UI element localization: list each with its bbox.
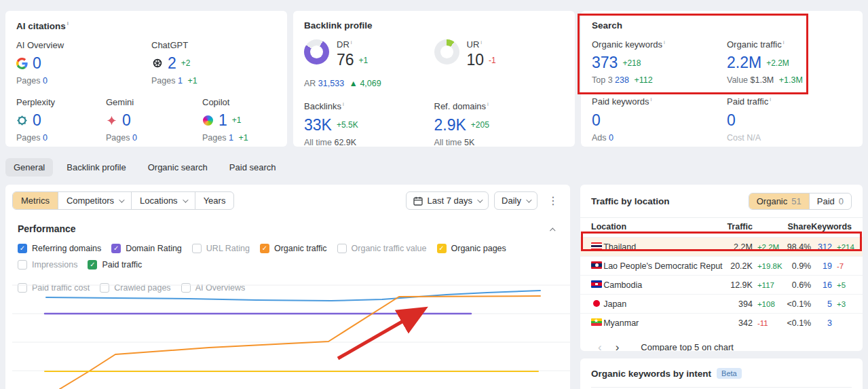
locations-pager: ‹ › Compare top 5 on chart: [580, 333, 863, 352]
chatgpt-icon: [151, 58, 163, 69]
chatgpt-count[interactable]: 2: [168, 54, 176, 73]
ai-overview-count[interactable]: 0: [33, 54, 41, 73]
laos-flag-icon: [591, 261, 602, 269]
pager-next-icon[interactable]: ›: [609, 341, 626, 352]
thailand-flag-icon: [591, 242, 602, 250]
info-icon: i: [651, 96, 652, 103]
copilot-icon: [202, 115, 214, 126]
chevron-down-icon: [183, 197, 188, 202]
calendar-icon: [413, 196, 423, 206]
paid-traffic-count[interactable]: 0: [727, 111, 736, 130]
location-row-cambodia[interactable]: Cambodia 12.9K +117 0.6% 16 +5: [580, 276, 863, 295]
locations-table: Location Traffic Share Keywords Thailand…: [580, 217, 863, 333]
metric-ref-domains: Ref. domainsi 2.9K+205 All time 5K: [434, 101, 565, 147]
cambodia-flag-icon: [591, 280, 602, 288]
dr-donut-gauge: [304, 39, 329, 64]
metric-paid-traffic: Paid traffici 0 Cost N/A: [727, 96, 852, 142]
info-icon: i: [783, 39, 785, 45]
domain-rating-block: DRi 76 +1: [304, 39, 434, 73]
google-g-icon: [16, 58, 28, 69]
traffic-by-location-panel: Traffic by location Organic51 Paid0 Loca…: [580, 185, 863, 351]
segment-metrics[interactable]: Metrics: [13, 192, 58, 209]
info-icon: i: [770, 96, 771, 103]
segment-years[interactable]: Years: [195, 192, 234, 209]
chevron-down-icon: [119, 197, 124, 202]
gemini-count[interactable]: 0: [122, 111, 131, 130]
collapse-section-button[interactable]: [548, 221, 558, 236]
ref-domains-count[interactable]: 2.9K: [434, 116, 466, 134]
checkbox-organic-traffic[interactable]: ✓Organic traffic: [260, 244, 327, 253]
info-icon: i: [487, 101, 489, 107]
metric-backlinks: Backlinksi 33K+5.5K All time 62.9K: [304, 101, 434, 147]
tab-paid-search[interactable]: Paid search: [221, 158, 284, 177]
performance-panel: Metrics Competitors Locations Years Last…: [5, 185, 570, 389]
checkbox-organic-pages[interactable]: ✓Organic pages: [437, 244, 506, 253]
location-row-laos[interactable]: Lao People's Democratic Reput 20.2K +19.…: [580, 257, 863, 276]
pager-prev-icon[interactable]: ‹: [591, 341, 609, 352]
tab-organic-search[interactable]: Organic search: [140, 158, 216, 177]
section-tabs: General Backlink profile Organic search …: [5, 158, 284, 177]
gemini-icon: [106, 115, 117, 126]
metric-gemini: Gemini 0 Pages 0: [106, 97, 202, 143]
metric-perplexity: Perplexity 0 Pages 0: [16, 97, 106, 143]
chevron-down-icon: [526, 197, 531, 202]
performance-title: Performance: [18, 223, 76, 234]
dr-value: 76: [337, 51, 354, 69]
chart-mode-segmented-control: Metrics Competitors Locations Years: [12, 191, 234, 210]
info-icon: i: [480, 39, 482, 45]
chevron-down-icon: [477, 197, 483, 202]
kebab-menu-button[interactable]: ⋮: [543, 194, 563, 207]
traffic-by-location-title: Traffic by location: [591, 196, 670, 206]
organic-paid-toggle: Organic51 Paid0: [749, 193, 852, 210]
checkbox-referring-domains[interactable]: ✓Referring domains: [18, 244, 101, 253]
backlinks-count[interactable]: 33K: [304, 116, 332, 134]
info-icon: i: [664, 39, 665, 45]
url-rating-block: URi 10 -1: [434, 39, 565, 73]
ai-citations-card: AI citationsi AI Overview 0 Pages 0 Chat…: [5, 11, 287, 147]
tab-backlink-profile[interactable]: Backlink profile: [58, 158, 134, 177]
checkbox-organic-traffic-value[interactable]: Organic traffic value: [337, 244, 427, 253]
metric-ai-overview: AI Overview 0 Pages 0: [16, 40, 151, 86]
info-icon: i: [343, 101, 344, 107]
tab-general[interactable]: General: [5, 158, 53, 177]
beta-badge: Beta: [717, 368, 742, 379]
metric-chatgpt: ChatGPT 2 +2 Pages 1 +1: [151, 40, 276, 86]
performance-chart[interactable]: [12, 268, 570, 389]
location-row-myanmar[interactable]: Myanmar 342 -11 <0.1% 3: [580, 314, 863, 333]
ur-donut-gauge: [434, 39, 459, 64]
ur-value: 10: [467, 51, 485, 69]
toggle-paid[interactable]: Paid0: [809, 193, 851, 209]
perplexity-count[interactable]: 0: [33, 111, 41, 130]
location-row-thailand[interactable]: Thailand 2.2M +2.2M 98.4% 312 +214: [580, 238, 863, 257]
metric-organic-keywords: Organic keywordsi 373+218 Top 3 238 +112: [592, 39, 727, 85]
segment-competitors[interactable]: Competitors: [58, 192, 131, 209]
chevron-up-icon: [550, 227, 555, 233]
perplexity-icon: [16, 115, 28, 126]
info-icon: i: [67, 20, 69, 26]
checkbox-domain-rating[interactable]: ✓Domain Rating: [111, 244, 182, 253]
location-row-japan[interactable]: Japan 394 +108 <0.1% 5 +3: [580, 295, 863, 314]
summary-cards-row: AI citationsi AI Overview 0 Pages 0 Chat…: [5, 11, 863, 147]
metric-copilot: Copilot 1 +1 Pages 1 +1: [202, 97, 276, 143]
segment-locations[interactable]: Locations: [131, 192, 195, 209]
metric-paid-keywords: Paid keywordsi 0 Ads 0: [592, 96, 727, 142]
info-icon: i: [351, 39, 352, 45]
granularity-button[interactable]: Daily: [494, 191, 537, 210]
checkbox-url-rating[interactable]: URL Rating: [192, 244, 250, 253]
toggle-organic[interactable]: Organic51: [749, 193, 809, 209]
organic-traffic-count[interactable]: 2.2M: [727, 54, 761, 72]
organic-keywords-by-intent-panel: Organic keywords by intent Beta: [580, 358, 863, 389]
compare-top5-link[interactable]: Compare top 5 on chart: [641, 342, 734, 352]
paid-keywords-count[interactable]: 0: [592, 111, 601, 130]
search-title: Search: [592, 20, 852, 31]
organic-keywords-count[interactable]: 373: [592, 54, 618, 72]
metric-organic-traffic: Organic traffici 2.2M+2.2M Value $1.3M +…: [727, 39, 852, 85]
divider: [591, 387, 852, 388]
japan-flag-icon: [593, 300, 600, 307]
backlink-profile-card: Backlink profile DRi 76 +1 URi 10: [293, 11, 575, 147]
copilot-count[interactable]: 1: [219, 111, 227, 130]
date-range-button[interactable]: Last 7 days: [406, 191, 489, 210]
ahrefs-rank: AR 31,533 ▲ 4,069: [304, 79, 564, 88]
myanmar-flag-icon: [591, 318, 602, 326]
search-card: Search Organic keywordsi 373+218 Top 3 2…: [581, 11, 863, 147]
